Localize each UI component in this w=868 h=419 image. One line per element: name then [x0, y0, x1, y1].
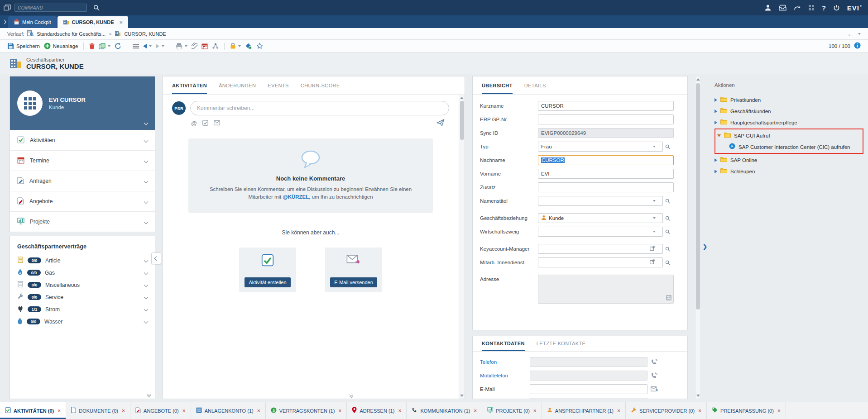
- address-icon[interactable]: [666, 295, 671, 302]
- chevron-down-icon[interactable]: [144, 271, 149, 275]
- chevron-down-icon[interactable]: [653, 231, 656, 233]
- refresh-icon[interactable]: [115, 43, 121, 49]
- chevron-down-icon[interactable]: [144, 307, 149, 312]
- nachname-input[interactable]: CURSOR: [538, 155, 674, 165]
- mention-link[interactable]: @KÜRZEL,: [283, 194, 310, 200]
- scrollbar-thumb[interactable]: [460, 101, 464, 140]
- mail-icon[interactable]: [214, 120, 220, 127]
- contract-item-miscellaneous[interactable]: 0/0 Miscellaneous: [10, 279, 155, 291]
- sidebar-item-anfragen[interactable]: Anfragen: [10, 171, 155, 191]
- save-button[interactable]: Speichern: [7, 43, 40, 49]
- mobiltelefon-link[interactable]: Mobiltelefon: [480, 373, 530, 378]
- geschaeftsbeziehung-combobox[interactable]: Kunde: [538, 213, 663, 223]
- chevron-down-icon[interactable]: [144, 258, 149, 263]
- phone-icon[interactable]: [651, 359, 657, 366]
- contract-item-gas[interactable]: 0/0 Gas: [10, 267, 155, 279]
- tab-letzte-kontakte[interactable]: LETZTE KONTAKTE: [537, 341, 585, 351]
- new-record-button[interactable]: Neuanlage: [44, 43, 78, 49]
- expand-icon[interactable]: [715, 158, 717, 162]
- search-icon[interactable]: [665, 199, 670, 204]
- search-icon[interactable]: [665, 260, 670, 265]
- history-back-icon[interactable]: ←: [847, 30, 854, 38]
- create-activity-card[interactable]: Aktivität erstellen: [239, 248, 296, 292]
- tree-action-sap-cic-aufrufen[interactable]: SAP Customer Interaction Center (CIC) au…: [717, 141, 861, 152]
- tab-kontaktdaten[interactable]: KONTAKTDATEN: [482, 341, 525, 351]
- erp-gp-nr-input[interactable]: [538, 114, 674, 124]
- open-record-icon[interactable]: [650, 259, 655, 266]
- close-icon[interactable]: ×: [58, 408, 61, 414]
- tab-aktivitaeten[interactable]: AKTIVITÄTEN: [172, 83, 207, 94]
- send-email-button[interactable]: E-Mail versenden: [330, 277, 377, 287]
- close-icon[interactable]: ×: [257, 408, 260, 414]
- partner-card[interactable]: EVI CURSOR Kunde: [10, 76, 155, 130]
- chevron-down-icon[interactable]: [144, 199, 149, 204]
- comment-input[interactable]: [190, 101, 449, 115]
- tree-item-geschaeftskunden[interactable]: Geschäftskunden: [715, 105, 863, 117]
- bottom-tab-dokumente[interactable]: DOKUMENTE (0) ×: [66, 402, 130, 419]
- chevron-down-icon[interactable]: [144, 138, 149, 143]
- search-icon[interactable]: [665, 247, 670, 252]
- tab-mein-cockpit[interactable]: Mein Cockpit: [8, 16, 57, 28]
- task-icon[interactable]: [202, 120, 208, 127]
- create-activity-button[interactable]: Aktivität erstellen: [245, 277, 290, 287]
- bottom-tab-anlagenkonto[interactable]: ANLAGENKONTO (1) ×: [191, 402, 266, 419]
- command-input[interactable]: [14, 4, 87, 12]
- redo-icon[interactable]: [794, 5, 801, 11]
- expand-icon[interactable]: [715, 98, 717, 102]
- chevron-down-icon[interactable]: [144, 319, 149, 324]
- power-icon[interactable]: [833, 5, 840, 11]
- mail-send-icon[interactable]: [651, 386, 658, 392]
- info-icon[interactable]: [854, 42, 861, 50]
- calendar-icon[interactable]: [201, 43, 208, 49]
- breadcrumb-item-current[interactable]: CURSOR, KUNDE: [124, 31, 166, 37]
- scroll-up-icon[interactable]: [696, 78, 700, 81]
- mobiltelefon-input[interactable]: [530, 371, 647, 381]
- mitarb-innendienst-input[interactable]: [538, 257, 663, 267]
- search-icon[interactable]: [665, 144, 670, 149]
- tab-uebersicht[interactable]: ÜBERSICHT: [482, 83, 513, 94]
- tab-events[interactable]: EVENTS: [268, 83, 288, 94]
- contract-item-article[interactable]: 0/0 Article: [10, 254, 155, 267]
- collapse-sidebar-icon[interactable]: [151, 252, 161, 264]
- close-icon[interactable]: ×: [182, 408, 186, 414]
- tree-item-privatkunden[interactable]: Privatkunden: [715, 94, 863, 105]
- close-icon[interactable]: ×: [119, 19, 123, 26]
- zusatz-input[interactable]: [538, 182, 674, 192]
- contract-item-strom[interactable]: 1/1 Strom: [10, 303, 155, 315]
- close-icon[interactable]: ×: [617, 408, 620, 414]
- search-icon[interactable]: [93, 5, 100, 11]
- apps-icon[interactable]: [808, 5, 815, 11]
- tree-item-hauptgeschaeftspartnerpflege[interactable]: Hauptgeschäftspartnerpflege: [715, 117, 863, 128]
- keyaccount-manager-input[interactable]: [538, 244, 663, 254]
- inbox-icon[interactable]: [779, 5, 786, 11]
- sidebar-item-projekte[interactable]: Projekte: [10, 211, 155, 232]
- chevron-down-icon[interactable]: [653, 217, 656, 219]
- chevron-down-icon[interactable]: [144, 179, 149, 183]
- namenstitel-combobox[interactable]: [538, 196, 663, 206]
- mention-icon[interactable]: @: [191, 120, 197, 127]
- wirtschaftszweig-combobox[interactable]: [538, 227, 663, 237]
- lock-icon[interactable]: [230, 43, 241, 49]
- sidebar-item-aktivitaeten[interactable]: Aktivitäten: [10, 130, 155, 150]
- bottom-tab-adressen[interactable]: ADRESSEN (1) ×: [347, 402, 407, 419]
- tree-item-schleupen[interactable]: Schleupen: [715, 166, 863, 177]
- scroll-down-indicator[interactable]: [148, 394, 150, 397]
- expand-icon[interactable]: [715, 170, 717, 173]
- bottom-tab-ansprechpartner[interactable]: ANSPRECHPARTNER (1) ×: [542, 402, 626, 419]
- partial-input[interactable]: [530, 398, 647, 399]
- email-input[interactable]: [530, 384, 647, 394]
- copy-icon[interactable]: [99, 43, 110, 49]
- bottom-tab-projekte[interactable]: PROJEKTE (0) ×: [482, 402, 542, 419]
- tab-churn-score[interactable]: CHURN-SCORE: [301, 83, 340, 94]
- scroll-up-icon[interactable]: [460, 97, 464, 99]
- tab-aenderungen[interactable]: ÄNDERUNGEN: [219, 83, 256, 94]
- scroll-down-icon[interactable]: [460, 395, 464, 397]
- attachment-icon[interactable]: [192, 43, 197, 49]
- user-icon[interactable]: [764, 4, 772, 11]
- sync-icon[interactable]: [245, 43, 252, 50]
- close-icon[interactable]: ×: [474, 408, 477, 414]
- chevron-down-icon[interactable]: [144, 219, 149, 224]
- bottom-tab-aktivitaeten[interactable]: AKTIVITÄTEN (0) ×: [0, 402, 66, 419]
- kurzname-input[interactable]: [538, 101, 674, 111]
- molecule-icon[interactable]: [212, 43, 219, 49]
